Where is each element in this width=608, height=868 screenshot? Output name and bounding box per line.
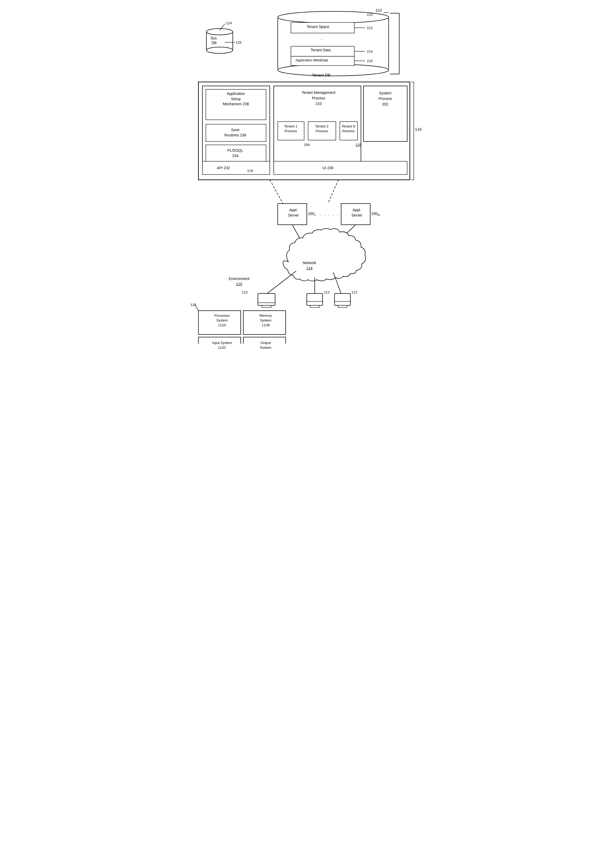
svg-point-2 [278, 64, 389, 76]
svg-rect-45 [307, 293, 323, 305]
ref-112-mid: 112 [324, 290, 330, 294]
svg-rect-13 [206, 32, 233, 50]
tenant1-label: Tenant 1Process [279, 124, 303, 133]
ref-122: 122 [376, 8, 382, 12]
tenant-n-label: Tenant NProcess [340, 124, 357, 133]
pl-soql-label: PL/SOQL234 [212, 148, 259, 158]
ref-124: 124 [226, 21, 232, 25]
ref-123: 123 [367, 13, 373, 17]
tenant-db-label: Tenant DB [312, 73, 331, 77]
svg-line-37 [292, 225, 305, 248]
ref-125: 125 [236, 40, 242, 44]
ref-200-1: 2001 [308, 211, 316, 217]
network-label: Network114 [303, 260, 316, 271]
ui-label: UI 230 [323, 166, 333, 170]
svg-point-14 [206, 29, 233, 35]
svg-line-34 [328, 180, 339, 204]
ref-112-group: 112 [190, 303, 196, 307]
svg-rect-31 [203, 161, 270, 175]
ref-112-left: 112 [242, 290, 248, 294]
ref-214: 214 [367, 50, 373, 53]
appl-server1-label: Appl.Server [282, 208, 305, 218]
sys-db-label: Sys.DB [210, 36, 218, 45]
input-label: Input System112C [204, 341, 241, 349]
svg-line-38 [325, 225, 356, 254]
svg-point-15 [206, 47, 233, 53]
ref-204: 204 [304, 143, 310, 147]
ref-112-right: 112 [352, 290, 357, 294]
svg-line-16 [220, 24, 225, 30]
svg-rect-49 [338, 305, 347, 307]
ref-118: 118 [248, 169, 253, 173]
svg-rect-43 [262, 305, 271, 307]
ref-212: 212 [367, 26, 373, 30]
svg-line-33 [270, 180, 283, 204]
ref-128: 128 [356, 143, 362, 147]
app-metadata-label: Application MetaData [295, 58, 328, 62]
svg-line-41 [333, 272, 341, 293]
processor-label: ProcessorSystem112A [204, 313, 241, 328]
tenant-data-label: Tenant Data [311, 48, 331, 52]
environment-label: Environment110 [229, 276, 250, 287]
svg-rect-46 [310, 305, 319, 307]
system-process-label: SystemProcess202 [365, 90, 406, 107]
ref-200-n: 200N [371, 211, 380, 217]
tenant2-label: Tenant 2Process [309, 124, 334, 133]
appl-server2-label: Appl.Server [345, 208, 369, 218]
output-label: OutputSystem112D [248, 341, 284, 349]
tenant-space-label: Tenant Space [307, 25, 330, 29]
ref-216: 216 [367, 59, 373, 63]
app-setup-label: ApplicationSetupMechanism 238 [207, 91, 265, 107]
save-routines-label: SaveRoutines 236 [212, 127, 259, 138]
svg-rect-42 [258, 293, 275, 305]
cylinder-dots: · [321, 37, 324, 42]
ref-116: 116 [415, 127, 422, 132]
api-label: API 232 [217, 166, 230, 170]
memory-label: MemorySystem112B [248, 313, 284, 328]
svg-line-39 [267, 271, 296, 293]
server-dots: · · · · · · · [320, 213, 347, 217]
tenant-mgmt-label: Tenant ManagementProcess210 [278, 90, 360, 107]
diagram-container: 122 Tenant DB 123 Tenant Space 212 · Ten… [190, 5, 418, 344]
svg-rect-32 [274, 161, 407, 175]
svg-rect-48 [334, 293, 350, 305]
